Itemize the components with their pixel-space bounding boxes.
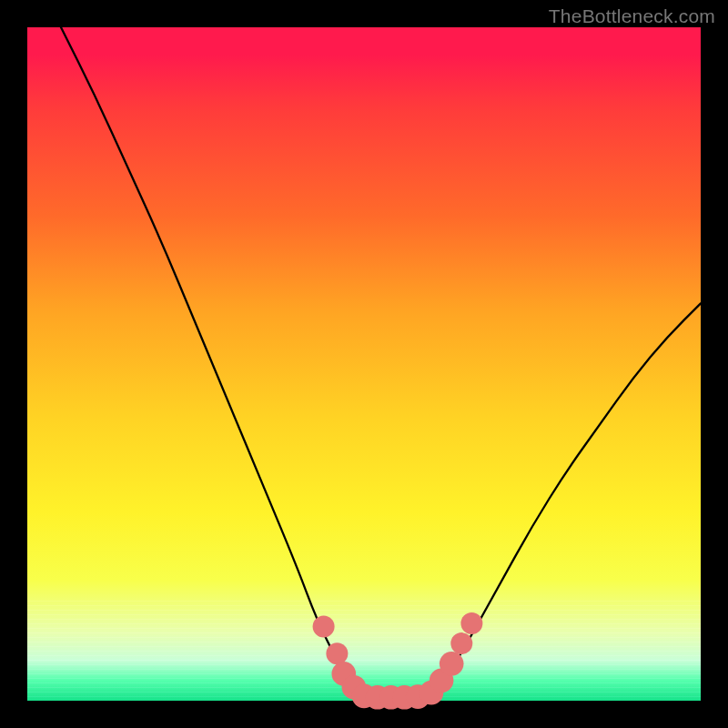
curve-markers <box>313 612 483 710</box>
chart-frame: TheBottleneck.com <box>0 0 728 728</box>
curve-layer <box>27 27 701 701</box>
plot-area <box>27 27 701 701</box>
curve-marker <box>450 632 472 654</box>
curve-marker <box>313 616 335 638</box>
bottleneck-curve <box>61 27 701 699</box>
curve-marker <box>440 652 464 676</box>
curve-marker <box>326 642 348 664</box>
watermark-text: TheBottleneck.com <box>549 5 715 27</box>
curve-marker <box>460 612 482 634</box>
